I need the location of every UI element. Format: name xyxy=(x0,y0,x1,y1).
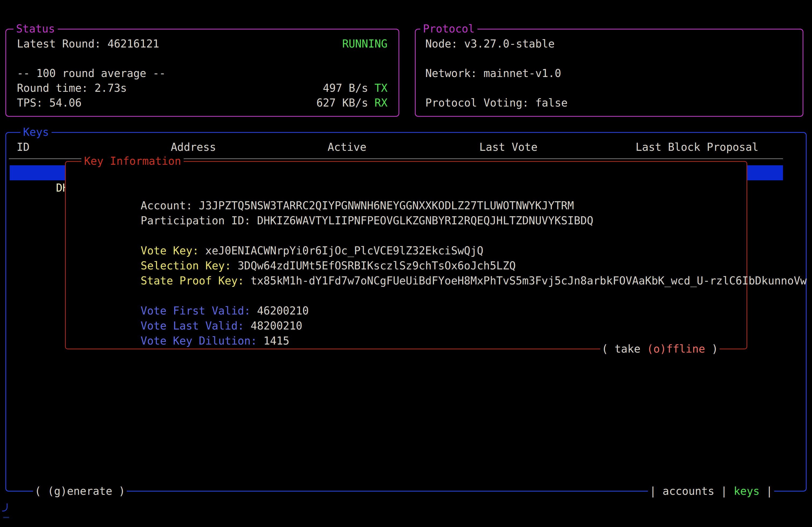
status-row-tps: TPS: 54.06 627 KB/sRX xyxy=(17,95,388,110)
average-header-text: -- 100 round average -- xyxy=(17,66,166,81)
take-offline-prefix: ( take xyxy=(602,343,647,355)
status-panel: Status Latest Round: 46216121 RUNNING --… xyxy=(5,29,399,117)
vote-key-line: Vote Key:xeJ0ENIACWNrpYi0r6IjOc_PlcVCE9l… xyxy=(76,228,741,243)
latest-round-text: Latest Round: 46216121 xyxy=(17,36,159,51)
tabs-pipe-2: | xyxy=(714,483,734,499)
status-panel-title: Status xyxy=(13,21,58,36)
vote-last-valid-value: 48200210 xyxy=(250,320,302,332)
protocol-row-blank2 xyxy=(425,81,792,95)
account-line: Account: J3JPZTQ5NSW3TARRC2QIYPGNWNH6NEY… xyxy=(76,183,741,198)
protocol-row-node: Node: v3.27.0-stable xyxy=(425,36,792,51)
rx-rate: 627 KB/sRX xyxy=(316,95,388,110)
account-text: Account: J3JPZTQ5NSW3TARRC2QIYPGNWNH6NEY… xyxy=(141,199,574,212)
take-offline-suffix: ) xyxy=(705,343,718,355)
generate-button[interactable]: ( (g)enerate ) xyxy=(33,483,127,499)
rx-rate-value: 627 KB/s xyxy=(316,96,368,109)
vote-key-dilution-label: Vote Key Dilution: xyxy=(141,335,257,347)
status-row-round-time: Round time: 2.73s 497 B/sTX xyxy=(17,81,388,95)
tui-screen: Status Latest Round: 46216121 RUNNING --… xyxy=(0,0,812,527)
status-row-average-header: -- 100 round average -- xyxy=(17,66,388,81)
tps-text: TPS: 54.06 xyxy=(17,95,82,110)
rx-label: RX xyxy=(375,96,388,109)
state-proof-key-label: State Proof Key: xyxy=(141,274,244,287)
network-text: Network: mainnet-v1.0 xyxy=(425,66,561,81)
take-offline-button[interactable]: ( take (o)ffline ) xyxy=(600,341,720,356)
tabs-pipe-3: | xyxy=(760,483,772,499)
vote-last-valid-label: Vote Last Valid: xyxy=(141,320,244,332)
column-header-active: Active xyxy=(328,139,366,154)
status-row-latest-round: Latest Round: 46216121 RUNNING xyxy=(17,36,388,51)
protocol-row-blank1 xyxy=(425,51,792,66)
key-information-title: Key Information xyxy=(81,153,184,168)
vote-first-valid-value: 46200210 xyxy=(257,304,309,317)
key-information-modal: Key Information Account: J3JPZTQ5NSW3TAR… xyxy=(65,161,747,349)
column-header-id: ID xyxy=(17,139,30,154)
tx-label: TX xyxy=(375,82,388,94)
vote-key-label: Vote Key: xyxy=(141,244,199,257)
protocol-panel-title: Protocol xyxy=(420,21,477,36)
key-information-content: Account: J3JPZTQ5NSW3TARRC2QIYPGNWNH6NEY… xyxy=(76,183,741,333)
take-offline-hotkey: (o)ffline xyxy=(647,343,705,355)
protocol-row-voting: Protocol Voting: false xyxy=(425,95,792,110)
node-version-text: Node: v3.27.0-stable xyxy=(425,36,555,51)
vote-key-dilution-value: 1415 xyxy=(263,335,289,347)
vote-key-value: xeJ0ENIACWNrpYi0r6IjOc_PlcVCE9lZ32EkciSw… xyxy=(205,244,483,257)
protocol-row-network: Network: mainnet-v1.0 xyxy=(425,66,792,81)
participation-id-text: Participation ID: DHKIZ6WAVTYLIIPNFPEOVG… xyxy=(141,214,593,227)
tx-rate: 497 B/sTX xyxy=(323,81,388,95)
selection-key-label: Selection Key: xyxy=(141,259,231,272)
vote-first-valid-label: Vote First Valid: xyxy=(141,304,250,317)
column-header-last-vote: Last Vote xyxy=(479,139,538,154)
keys-panel: Keys ID Address Active Last Vote Last Bl… xyxy=(5,132,807,492)
column-header-last-block-proposal: Last Block Proposal xyxy=(636,139,758,154)
round-time-text: Round time: 2.73s xyxy=(17,81,127,95)
tab-keys[interactable]: keys xyxy=(734,483,760,499)
status-row-blank xyxy=(17,51,388,66)
protocol-voting-text: Protocol Voting: false xyxy=(425,95,568,110)
keys-panel-title: Keys xyxy=(20,124,52,139)
protocol-panel: Protocol Node: v3.27.0-stable Network: m… xyxy=(415,29,803,117)
column-header-address: Address xyxy=(171,139,216,154)
selection-key-value: 3DQw64zdIUMt5EfOSRBIKsczlSz9chTsOx6oJch5… xyxy=(238,259,516,272)
vote-first-valid-line: Vote First Valid:46200210 xyxy=(76,288,741,303)
state-proof-key-value: tx85kM1h-dY1Fd7w7oNCgFUeUiBdFYoeH8MxPhTv… xyxy=(250,274,807,287)
border-fragment-shadow xyxy=(3,517,9,518)
tab-accounts[interactable]: accounts xyxy=(663,483,714,499)
view-tabs: | accounts | keys | xyxy=(648,483,774,499)
node-state-badge: RUNNING xyxy=(342,36,388,51)
tabs-pipe-1: | xyxy=(650,483,663,499)
tx-rate-value: 497 B/s xyxy=(323,82,368,94)
border-corner-fragment xyxy=(2,503,8,511)
